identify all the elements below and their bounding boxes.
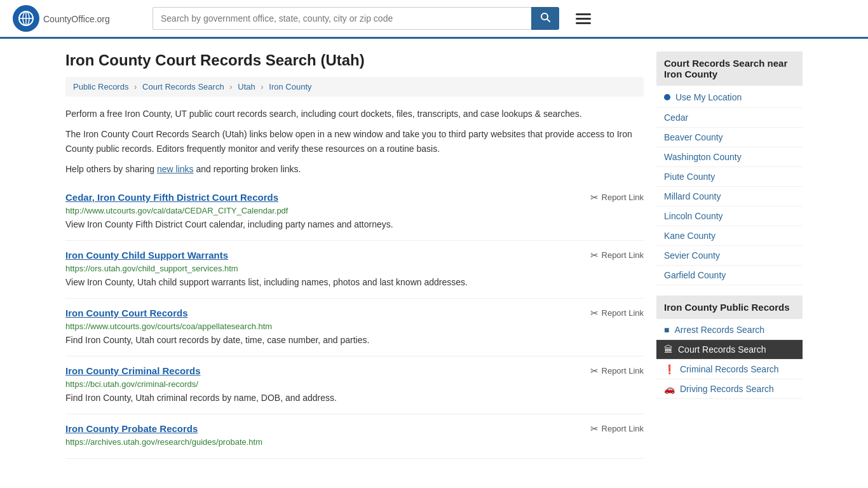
- record-item: Iron County Criminal Records ✂ Report Li…: [65, 356, 644, 414]
- logo-icon: [13, 5, 39, 32]
- record-url[interactable]: https://archives.utah.gov/research/guide…: [65, 437, 644, 447]
- report-link-button[interactable]: ✂ Report Link: [590, 308, 644, 319]
- record-header: Iron County Probate Records ✂ Report Lin…: [65, 423, 644, 435]
- use-location-item[interactable]: Use My Location: [656, 87, 803, 108]
- record-title[interactable]: Cedar, Iron County Fifth District Court …: [65, 192, 278, 203]
- record-item: Iron County Court Records ✂ Report Link …: [65, 299, 644, 356]
- sidebar-nearby-item[interactable]: Garfield County: [656, 266, 803, 285]
- report-icon: ✂: [590, 423, 599, 435]
- report-icon: ✂: [590, 192, 599, 203]
- record-url[interactable]: https://bci.utah.gov/criminal-records/: [65, 379, 644, 389]
- report-link-button[interactable]: ✂ Report Link: [590, 365, 644, 377]
- search-icon: [540, 12, 550, 22]
- menu-button[interactable]: [572, 10, 595, 28]
- report-link-button[interactable]: ✂ Report Link: [590, 423, 644, 435]
- record-item: Iron County Probate Records ✂ Report Lin…: [65, 414, 644, 459]
- new-links-link[interactable]: new links: [157, 164, 194, 174]
- report-link-label: Report Link: [602, 366, 644, 376]
- record-desc: Find Iron County, Utah criminal records …: [65, 391, 644, 405]
- sidebar-nearby-item[interactable]: Piute County: [656, 167, 803, 187]
- sidebar-item-icon: 🏛: [664, 344, 673, 355]
- breadcrumb-court-records[interactable]: Court Records Search: [142, 82, 224, 92]
- sidebar-item-icon: ❗: [664, 364, 675, 374]
- record-url[interactable]: http://www.utcourts.gov/cal/data/CEDAR_C…: [65, 206, 644, 215]
- breadcrumb-utah[interactable]: Utah: [238, 82, 255, 92]
- menu-icon-bar3: [576, 22, 591, 24]
- public-records-section: Iron County Public Records ■Arrest Recor…: [656, 295, 803, 399]
- intro-paragraph-1: Perform a free Iron County, UT public co…: [65, 107, 644, 121]
- public-records-header: Iron County Public Records: [656, 295, 803, 319]
- record-item: Cedar, Iron County Fifth District Court …: [65, 183, 644, 241]
- sidebar-nearby-item[interactable]: Lincoln County: [656, 207, 803, 226]
- sidebar-public-records-item[interactable]: 🏛Court Records Search: [656, 340, 803, 360]
- report-link-label: Report Link: [602, 250, 644, 260]
- page-title: Iron County Court Records Search (Utah): [65, 51, 644, 69]
- nearby-section: Court Records Search near Iron County Us…: [656, 51, 803, 285]
- record-desc: Find Iron County, Utah court records by …: [65, 334, 644, 347]
- report-icon: ✂: [590, 250, 599, 261]
- record-header: Iron County Child Support Warrants ✂ Rep…: [65, 250, 644, 261]
- record-desc: View Iron County Fifth District Court ca…: [65, 218, 644, 231]
- sidebar-item-label: Criminal Records Search: [680, 364, 779, 374]
- public-records-list: ■Arrest Records Search🏛Court Records Sea…: [656, 320, 803, 399]
- use-location-label: Use My Location: [675, 92, 742, 102]
- sidebar-nearby-item[interactable]: Sevier County: [656, 246, 803, 266]
- report-link-button[interactable]: ✂ Report Link: [590, 250, 644, 261]
- search-button[interactable]: [531, 7, 559, 30]
- report-link-label: Report Link: [602, 308, 644, 318]
- site-header: CountyOffice.org: [0, 0, 868, 39]
- records-list: Cedar, Iron County Fifth District Court …: [65, 183, 644, 459]
- intro-paragraph-2: The Iron County Court Records Search (Ut…: [65, 127, 644, 156]
- content-area: Iron County Court Records Search (Utah) …: [65, 51, 644, 459]
- menu-icon-bar1: [576, 13, 591, 15]
- search-bar: [153, 7, 559, 30]
- breadcrumb-iron-county[interactable]: Iron County: [269, 82, 311, 92]
- location-dot-icon: [664, 94, 670, 100]
- record-title[interactable]: Iron County Child Support Warrants: [65, 250, 228, 261]
- sidebar-nearby-item[interactable]: Kane County: [656, 226, 803, 246]
- report-link-label: Report Link: [602, 193, 644, 202]
- sidebar-nearby-item[interactable]: Cedar: [656, 108, 803, 128]
- nearby-items-list: CedarBeaver CountyWashington CountyPiute…: [656, 108, 803, 285]
- record-title[interactable]: Iron County Court Records: [65, 308, 188, 318]
- report-icon: ✂: [590, 308, 599, 319]
- breadcrumb-public-records[interactable]: Public Records: [73, 82, 128, 92]
- logo-area: CountyOffice.org: [13, 5, 140, 32]
- sidebar: Court Records Search near Iron County Us…: [656, 51, 803, 459]
- record-header: Iron County Criminal Records ✂ Report Li…: [65, 365, 644, 377]
- menu-icon-bar2: [576, 18, 591, 20]
- intro-paragraph-3: Help others by sharing new links and rep…: [65, 162, 644, 176]
- sidebar-public-records-item[interactable]: ❗Criminal Records Search: [656, 360, 803, 379]
- record-item: Iron County Child Support Warrants ✂ Rep…: [65, 241, 644, 299]
- sidebar-nearby-item[interactable]: Beaver County: [656, 128, 803, 147]
- sidebar-item-label: Court Records Search: [678, 344, 766, 355]
- sidebar-item-label: Driving Records Search: [680, 384, 774, 394]
- sidebar-item-icon: ■: [664, 325, 669, 335]
- search-input[interactable]: [153, 7, 531, 30]
- record-header: Cedar, Iron County Fifth District Court …: [65, 192, 644, 203]
- sidebar-public-records-item[interactable]: ■Arrest Records Search: [656, 320, 803, 340]
- report-icon: ✂: [590, 365, 599, 377]
- report-link-label: Report Link: [602, 424, 644, 433]
- record-title[interactable]: Iron County Probate Records: [65, 423, 198, 434]
- sidebar-nearby-item[interactable]: Washington County: [656, 147, 803, 167]
- sidebar-item-icon: 🚗: [664, 384, 675, 394]
- record-url[interactable]: https://ors.utah.gov/child_support_servi…: [65, 264, 644, 273]
- sidebar-item-label: Arrest Records Search: [674, 325, 764, 335]
- sidebar-public-records-item[interactable]: 🚗Driving Records Search: [656, 379, 803, 399]
- record-desc: View Iron County, Utah child support war…: [65, 276, 644, 289]
- record-url[interactable]: https://www.utcourts.gov/courts/coa/appe…: [65, 322, 644, 331]
- record-title[interactable]: Iron County Criminal Records: [65, 365, 201, 376]
- nearby-header: Court Records Search near Iron County: [656, 51, 803, 86]
- breadcrumb: Public Records › Court Records Search › …: [65, 77, 644, 97]
- sidebar-nearby-item[interactable]: Millard County: [656, 187, 803, 207]
- record-header: Iron County Court Records ✂ Report Link: [65, 308, 644, 319]
- logo-text: CountyOffice.org: [43, 12, 110, 25]
- svg-line-5: [547, 19, 550, 22]
- main-container: Iron County Court Records Search (Utah) …: [53, 39, 815, 471]
- report-link-button[interactable]: ✂ Report Link: [590, 192, 644, 203]
